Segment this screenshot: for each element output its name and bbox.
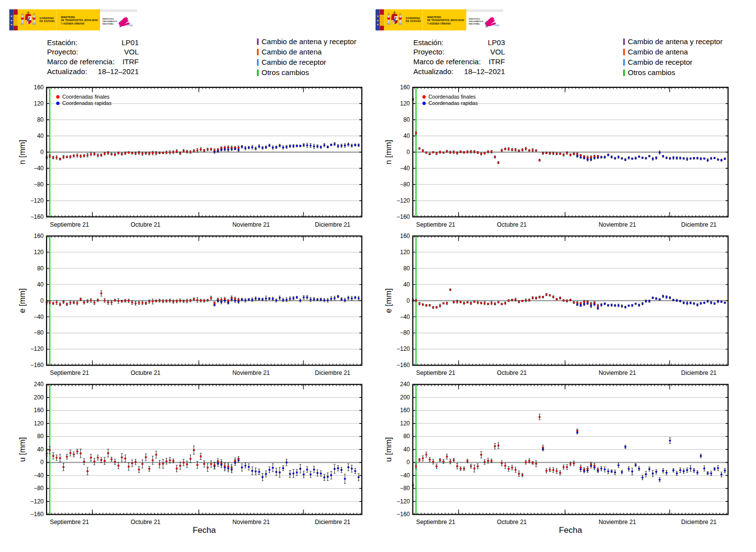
svg-text:160: 160 [400,407,410,414]
svg-text:Marco de referencia:: Marco de referencia: [47,57,115,66]
svg-text:Septiembre 21: Septiembre 21 [50,519,89,526]
svg-text:0: 0 [406,459,410,466]
svg-text:Septiembre 21: Septiembre 21 [416,369,455,376]
svg-text:−120: −120 [397,498,410,505]
svg-text:Diciembre 21: Diciembre 21 [681,519,717,526]
svg-text:120: 120 [400,420,410,427]
svg-text:GOBIERNO: GOBIERNO [406,17,421,20]
svg-text:★: ★ [377,19,379,22]
svg-text:Estación:: Estación: [47,38,77,47]
svg-text:80: 80 [403,116,410,123]
svg-text:★: ★ [10,23,13,26]
svg-text:u [mm]: u [mm] [18,437,26,462]
svg-text:40: 40 [37,132,44,139]
svg-text:80: 80 [403,433,410,440]
svg-text:−160: −160 [30,213,44,220]
svg-text:LP01: LP01 [122,38,139,47]
svg-text:Cambio de receptor: Cambio de receptor [628,58,693,66]
svg-text:★: ★ [377,15,379,18]
svg-text:Marco de referencia:: Marco de referencia: [413,57,481,66]
svg-text:0: 0 [40,149,44,156]
svg-text:80: 80 [37,265,44,272]
svg-text:−40: −40 [400,165,410,172]
svg-text:0: 0 [40,459,44,466]
svg-text:Octubre 21: Octubre 21 [497,519,527,526]
svg-text:−160: −160 [397,362,410,368]
svg-text:Cambio de antena y receptor: Cambio de antena y receptor [262,37,356,46]
svg-text:Fecha: Fecha [559,526,582,535]
svg-text:Proyecto:: Proyecto: [413,48,444,56]
svg-text:Coordenadas finales: Coordenadas finales [428,94,476,100]
svg-text:240: 240 [34,381,44,388]
svg-text:Noviembre 21: Noviembre 21 [599,369,636,376]
svg-text:−40: −40 [34,165,44,172]
svg-text:cnig: cnig [493,23,500,27]
svg-text:MINISTERIO: MINISTERIO [427,16,441,19]
svg-text:VOL: VOL [490,48,505,56]
svg-text:u [mm]: u [mm] [384,437,393,462]
svg-text:40: 40 [403,281,410,288]
svg-text:Noviembre 21: Noviembre 21 [232,369,270,376]
svg-text:★: ★ [377,23,379,26]
svg-text:n [mm]: n [mm] [384,140,393,164]
svg-text:Septiembre 21: Septiembre 21 [50,221,89,228]
svg-text:120: 120 [34,100,44,107]
svg-text:160: 160 [34,407,44,414]
svg-text:Diciembre 21: Diciembre 21 [315,519,351,526]
svg-text:Otros cambios: Otros cambios [628,68,676,77]
svg-text:GOBIERNO: GOBIERNO [40,17,54,20]
svg-text:Y AGENDA URBANA: Y AGENDA URBANA [61,23,84,25]
svg-text:Septiembre 21: Septiembre 21 [416,221,455,228]
svg-text:−160: −160 [30,511,44,518]
svg-text:−120: −120 [30,498,44,505]
svg-text:120: 120 [34,249,44,256]
svg-text:Otros cambios: Otros cambios [262,68,309,77]
svg-text:ITRF: ITRF [489,57,505,66]
svg-text:0: 0 [406,297,410,304]
svg-text:Proyecto:: Proyecto: [47,48,78,56]
svg-text:Octubre 21: Octubre 21 [497,221,527,228]
svg-text:Diciembre 21: Diciembre 21 [681,369,717,376]
svg-text:★: ★ [10,19,13,22]
svg-text:240: 240 [400,381,410,388]
svg-text:Noviembre 21: Noviembre 21 [599,221,636,228]
svg-text:Octubre 21: Octubre 21 [130,369,160,376]
svg-text:DE ESPAÑA: DE ESPAÑA [406,20,422,23]
svg-text:120: 120 [400,249,410,256]
svg-text:Septiembre 21: Septiembre 21 [50,369,89,376]
svg-text:VOL: VOL [124,48,139,56]
svg-text:Cambio de antena y receptor: Cambio de antena y receptor [628,37,723,46]
svg-text:Fecha: Fecha [193,526,216,535]
svg-text:−40: −40 [34,472,44,479]
svg-text:80: 80 [37,116,44,123]
svg-text:160: 160 [400,84,410,91]
svg-text:MINISTERIO: MINISTERIO [61,16,75,19]
svg-text:e [mm]: e [mm] [18,289,26,313]
svg-text:200: 200 [34,394,44,401]
svg-text:Y AGENDA URBANA: Y AGENDA URBANA [427,23,451,25]
svg-text:Coordenadas rapidas: Coordenadas rapidas [428,100,478,106]
svg-text:160: 160 [34,84,44,91]
svg-text:−160: −160 [397,213,410,220]
svg-text:−80: −80 [34,485,44,492]
svg-text:40: 40 [37,281,44,288]
svg-text:n [mm]: n [mm] [18,140,26,164]
svg-text:cnig: cnig [127,23,133,27]
svg-text:Noviembre 21: Noviembre 21 [232,221,270,228]
svg-text:−80: −80 [400,181,410,188]
svg-text:−40: −40 [400,314,410,320]
svg-text:−120: −120 [30,197,44,204]
svg-text:−160: −160 [397,511,410,518]
svg-text:DE ESPAÑA: DE ESPAÑA [40,20,55,23]
svg-text:NACIONAL: NACIONAL [102,23,114,25]
svg-text:160: 160 [34,233,44,239]
svg-text:Diciembre 21: Diciembre 21 [315,369,351,376]
svg-text:200: 200 [400,394,410,401]
svg-text:Noviembre 21: Noviembre 21 [599,519,636,526]
svg-text:−40: −40 [400,472,410,479]
svg-text:Octubre 21: Octubre 21 [130,519,160,526]
svg-text:Actualizado:: Actualizado: [47,67,87,76]
svg-text:120: 120 [34,420,44,427]
svg-text:DE TRANSPORTES, MOVILIDAD: DE TRANSPORTES, MOVILIDAD [427,19,464,22]
svg-text:Septiembre 21: Septiembre 21 [416,519,455,526]
